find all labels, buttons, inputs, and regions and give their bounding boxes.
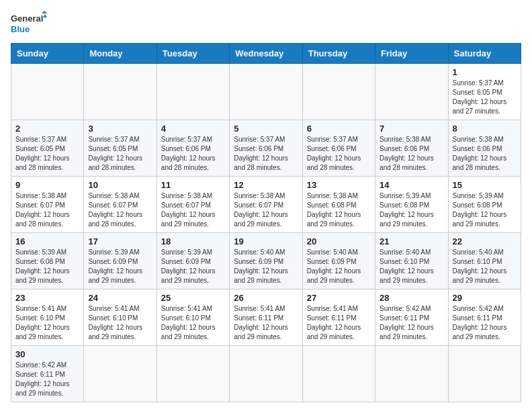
day-number: 14 [380, 180, 443, 190]
day-cell: 25Sunrise: 5:41 AM Sunset: 6:10 PM Dayli… [157, 289, 229, 346]
day-number: 23 [15, 293, 79, 303]
day-number: 21 [380, 236, 443, 246]
day-cell: 7Sunrise: 5:38 AM Sunset: 6:06 PM Daylig… [375, 120, 448, 177]
day-cell: 19Sunrise: 5:40 AM Sunset: 6:09 PM Dayli… [230, 233, 302, 289]
day-number: 24 [88, 293, 152, 303]
day-info: Sunrise: 5:37 AM Sunset: 6:05 PM Dayligh… [15, 135, 79, 173]
day-cell: 18Sunrise: 5:39 AM Sunset: 6:09 PM Dayli… [157, 233, 229, 289]
day-number: 9 [15, 180, 79, 190]
day-info: Sunrise: 5:37 AM Sunset: 6:06 PM Dayligh… [307, 135, 371, 173]
svg-text:Blue: Blue [11, 24, 30, 34]
day-info: Sunrise: 5:38 AM Sunset: 6:08 PM Dayligh… [307, 191, 371, 229]
day-info: Sunrise: 5:38 AM Sunset: 6:07 PM Dayligh… [88, 191, 152, 229]
day-number: 11 [161, 180, 225, 190]
day-cell: 30Sunrise: 5:42 AM Sunset: 6:11 PM Dayli… [11, 346, 84, 402]
day-cell [302, 346, 375, 402]
day-info: Sunrise: 5:41 AM Sunset: 6:10 PM Dayligh… [15, 304, 79, 342]
day-cell: 16Sunrise: 5:39 AM Sunset: 6:08 PM Dayli… [11, 233, 84, 289]
day-info: Sunrise: 5:42 AM Sunset: 6:11 PM Dayligh… [453, 304, 517, 342]
day-cell: 4Sunrise: 5:37 AM Sunset: 6:06 PM Daylig… [157, 120, 229, 177]
weekday-header-wednesday: Wednesday [230, 44, 302, 64]
day-cell: 17Sunrise: 5:39 AM Sunset: 6:09 PM Dayli… [84, 233, 157, 289]
day-cell: 23Sunrise: 5:41 AM Sunset: 6:10 PM Dayli… [11, 289, 84, 346]
day-info: Sunrise: 5:39 AM Sunset: 6:08 PM Dayligh… [453, 191, 517, 229]
day-cell [448, 346, 521, 402]
day-info: Sunrise: 5:42 AM Sunset: 6:11 PM Dayligh… [380, 304, 443, 342]
day-number: 28 [380, 293, 443, 303]
day-cell: 5Sunrise: 5:37 AM Sunset: 6:06 PM Daylig… [230, 120, 302, 177]
day-cell: 15Sunrise: 5:39 AM Sunset: 6:08 PM Dayli… [448, 177, 521, 233]
day-number: 4 [161, 124, 225, 134]
day-cell: 22Sunrise: 5:40 AM Sunset: 6:10 PM Dayli… [448, 233, 521, 289]
weekday-header-thursday: Thursday [302, 44, 375, 64]
day-number: 27 [307, 293, 371, 303]
day-info: Sunrise: 5:38 AM Sunset: 6:07 PM Dayligh… [161, 191, 225, 229]
day-cell: 14Sunrise: 5:39 AM Sunset: 6:08 PM Dayli… [375, 177, 448, 233]
calendar-table: SundayMondayTuesdayWednesdayThursdayFrid… [11, 43, 521, 402]
day-cell [84, 64, 157, 120]
day-cell: 21Sunrise: 5:40 AM Sunset: 6:10 PM Dayli… [375, 233, 448, 289]
day-cell [11, 64, 84, 120]
day-info: Sunrise: 5:37 AM Sunset: 6:06 PM Dayligh… [234, 135, 298, 173]
day-number: 3 [88, 124, 152, 134]
day-cell [84, 346, 157, 402]
day-number: 26 [234, 293, 298, 303]
day-number: 6 [307, 124, 371, 134]
week-row-3: 9Sunrise: 5:38 AM Sunset: 6:07 PM Daylig… [11, 177, 521, 233]
day-info: Sunrise: 5:39 AM Sunset: 6:08 PM Dayligh… [15, 248, 79, 285]
day-number: 13 [307, 180, 371, 190]
day-info: Sunrise: 5:39 AM Sunset: 6:09 PM Dayligh… [88, 248, 152, 285]
day-number: 2 [15, 124, 79, 134]
day-cell: 27Sunrise: 5:41 AM Sunset: 6:11 PM Dayli… [302, 289, 375, 346]
day-info: Sunrise: 5:38 AM Sunset: 6:07 PM Dayligh… [234, 191, 298, 229]
day-info: Sunrise: 5:38 AM Sunset: 6:07 PM Dayligh… [15, 191, 79, 229]
day-cell: 11Sunrise: 5:38 AM Sunset: 6:07 PM Dayli… [157, 177, 229, 233]
day-info: Sunrise: 5:37 AM Sunset: 6:06 PM Dayligh… [161, 135, 225, 173]
day-cell: 9Sunrise: 5:38 AM Sunset: 6:07 PM Daylig… [11, 177, 84, 233]
day-info: Sunrise: 5:40 AM Sunset: 6:09 PM Dayligh… [307, 248, 371, 285]
day-cell: 8Sunrise: 5:38 AM Sunset: 6:06 PM Daylig… [448, 120, 521, 177]
day-number: 18 [161, 236, 225, 246]
day-number: 22 [453, 236, 517, 246]
day-number: 17 [88, 236, 152, 246]
day-cell: 26Sunrise: 5:41 AM Sunset: 6:11 PM Dayli… [230, 289, 302, 346]
svg-text:General: General [11, 13, 43, 24]
day-number: 7 [380, 124, 443, 134]
week-row-4: 16Sunrise: 5:39 AM Sunset: 6:08 PM Dayli… [11, 233, 521, 289]
day-cell: 20Sunrise: 5:40 AM Sunset: 6:09 PM Dayli… [302, 233, 375, 289]
weekday-header-tuesday: Tuesday [157, 44, 229, 64]
weekday-header-monday: Monday [84, 44, 157, 64]
day-cell: 3Sunrise: 5:37 AM Sunset: 6:05 PM Daylig… [84, 120, 157, 177]
day-cell [302, 64, 375, 120]
day-cell: 1Sunrise: 5:37 AM Sunset: 6:05 PM Daylig… [448, 64, 521, 120]
day-info: Sunrise: 5:39 AM Sunset: 6:09 PM Dayligh… [161, 248, 225, 285]
day-info: Sunrise: 5:41 AM Sunset: 6:11 PM Dayligh… [307, 304, 371, 342]
day-cell: 12Sunrise: 5:38 AM Sunset: 6:07 PM Dayli… [230, 177, 302, 233]
day-number: 20 [307, 236, 371, 246]
day-info: Sunrise: 5:37 AM Sunset: 6:05 PM Dayligh… [453, 79, 517, 116]
day-cell [230, 64, 302, 120]
day-number: 10 [88, 180, 152, 190]
day-info: Sunrise: 5:39 AM Sunset: 6:08 PM Dayligh… [380, 191, 443, 229]
day-cell: 28Sunrise: 5:42 AM Sunset: 6:11 PM Dayli… [375, 289, 448, 346]
day-info: Sunrise: 5:38 AM Sunset: 6:06 PM Dayligh… [453, 135, 517, 173]
day-number: 29 [453, 293, 517, 303]
day-cell [157, 64, 229, 120]
day-cell [157, 346, 229, 402]
week-row-6: 30Sunrise: 5:42 AM Sunset: 6:11 PM Dayli… [11, 346, 521, 402]
day-info: Sunrise: 5:40 AM Sunset: 6:10 PM Dayligh… [380, 248, 443, 285]
svg-marker-2 [42, 11, 47, 13]
svg-marker-3 [43, 14, 47, 17]
day-number: 12 [234, 180, 298, 190]
day-number: 5 [234, 124, 298, 134]
weekday-header-saturday: Saturday [448, 44, 521, 64]
day-info: Sunrise: 5:40 AM Sunset: 6:10 PM Dayligh… [453, 248, 517, 285]
week-row-2: 2Sunrise: 5:37 AM Sunset: 6:05 PM Daylig… [11, 120, 521, 177]
day-info: Sunrise: 5:37 AM Sunset: 6:05 PM Dayligh… [88, 135, 152, 173]
weekday-header-friday: Friday [375, 44, 448, 64]
day-info: Sunrise: 5:40 AM Sunset: 6:09 PM Dayligh… [234, 248, 298, 285]
week-row-5: 23Sunrise: 5:41 AM Sunset: 6:10 PM Dayli… [11, 289, 521, 346]
day-number: 25 [161, 293, 225, 303]
logo: General Blue [11, 11, 48, 36]
weekday-header-row: SundayMondayTuesdayWednesdayThursdayFrid… [11, 44, 521, 64]
